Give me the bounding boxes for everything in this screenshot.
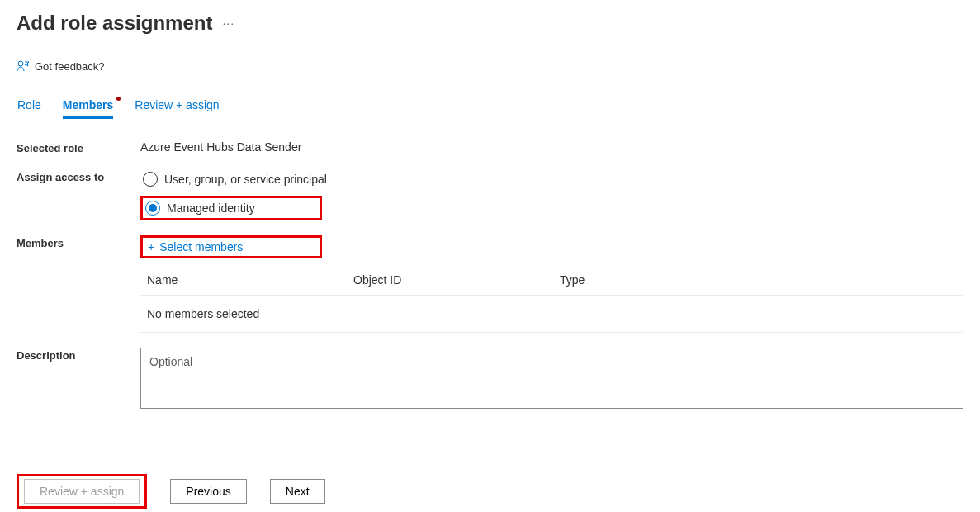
plus-icon: + [148,241,154,253]
feedback-link[interactable]: Got feedback? [17,59,963,83]
tab-role[interactable]: Role [17,98,41,119]
th-type: Type [560,273,957,287]
radio-icon [145,201,160,216]
more-actions-icon[interactable]: ··· [222,17,234,30]
footer-actions: Review + assign Previous Next [17,474,963,509]
feedback-icon [17,59,30,73]
tab-badge-icon [116,97,121,101]
select-members-button[interactable]: + Select members [143,238,248,256]
description-input[interactable] [140,348,963,409]
highlight-select-members: + Select members [140,235,322,258]
highlight-managed-identity: Managed identity [140,196,322,220]
tabs: Role Members Review + assign [17,98,963,119]
page-title: Add role assignment [17,12,212,35]
assign-access-radio-group: User, group, or service principal Manage… [140,169,963,220]
selected-role-value: Azure Event Hubs Data Sender [140,140,963,154]
tab-review[interactable]: Review + assign [135,98,219,119]
radio-managed-label: Managed identity [167,201,255,215]
feedback-label: Got feedback? [35,60,105,73]
description-label: Description [17,348,140,362]
th-object-id: Object ID [353,273,560,287]
members-table: Name Object ID Type No members selected [140,262,963,333]
previous-button[interactable]: Previous [170,479,246,504]
radio-managed-identity[interactable]: Managed identity [143,198,258,218]
members-empty-state: No members selected [140,296,963,333]
members-label: Members [17,235,140,249]
radio-user-label: User, group, or service principal [164,173,327,186]
review-assign-button[interactable]: Review + assign [24,479,140,504]
highlight-review-assign: Review + assign [17,474,147,509]
th-name: Name [147,273,353,287]
select-members-label: Select members [159,240,243,254]
tab-members[interactable]: Members [63,98,113,119]
svg-point-0 [18,61,23,66]
radio-icon [143,172,158,187]
tab-members-label: Members [63,98,113,111]
next-button[interactable]: Next [270,479,325,504]
selected-role-label: Selected role [17,140,140,154]
radio-user-group[interactable]: User, group, or service principal [140,169,963,189]
assign-access-label: Assign access to [17,169,140,183]
